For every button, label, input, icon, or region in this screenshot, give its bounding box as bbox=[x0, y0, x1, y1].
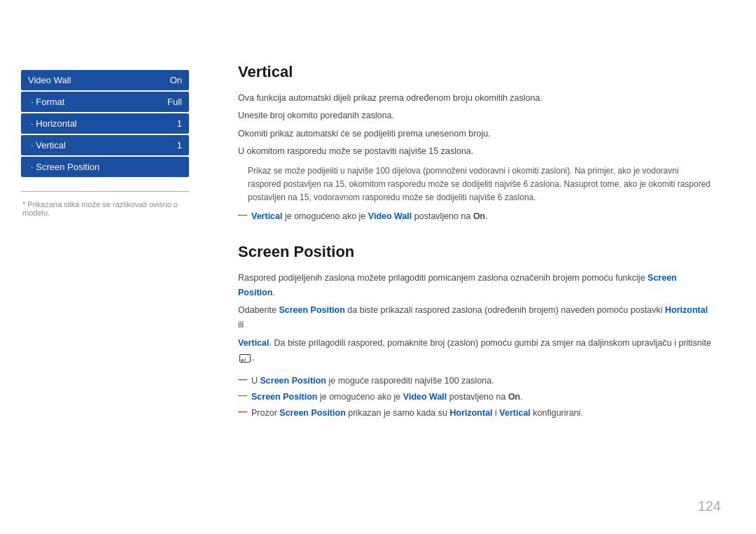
vertical-long-note-text: Prikaz se može podijeliti u najviše 100 … bbox=[248, 164, 714, 205]
sidebar-item-vertical[interactable]: · Vertical 1 bbox=[21, 135, 189, 155]
sp-bold-1: Screen Position bbox=[238, 273, 677, 297]
screen-position-section-title: Screen Position bbox=[238, 243, 714, 261]
sp-bold-3: Horizontal bbox=[665, 305, 708, 315]
sp-note2-on: On bbox=[508, 392, 520, 402]
sp-note-3-text: Prozor Screen Position prikazan je samo … bbox=[251, 406, 583, 420]
sp-note-1-text: U Screen Position je moguće rasporediti … bbox=[251, 374, 494, 388]
sp-note-1: — U Screen Position je moguće rasporedit… bbox=[238, 374, 714, 388]
sp-note-2-text: Screen Position je omogućeno ako je Vide… bbox=[251, 390, 523, 404]
sidebar-item-horizontal-value: 1 bbox=[177, 118, 182, 129]
enter-icon bbox=[239, 354, 251, 363]
sp-note1-bold: Screen Position bbox=[260, 376, 326, 386]
screen-position-para3: Vertical. Da biste prilagodili raspored,… bbox=[238, 336, 714, 366]
sidebar-item-horizontal[interactable]: · Horizontal 1 bbox=[21, 113, 189, 134]
sp-dash-2: — bbox=[238, 390, 247, 400]
sp-note3-bold3: Vertical bbox=[499, 408, 530, 418]
vertical-para-3: Okomiti prikaz automatski će se podijeli… bbox=[238, 127, 714, 141]
screen-position-para1: Raspored podijeljenih zaslona možete pri… bbox=[238, 271, 714, 301]
sidebar-item-vertical-label: · Vertical bbox=[31, 140, 66, 150]
vertical-note-inline-text: Vertical je omogućeno ako je Video Wall … bbox=[251, 209, 488, 223]
sidebar-item-video-wall-value: On bbox=[170, 75, 182, 85]
sidebar-item-screen-position-label: · Screen Position bbox=[31, 162, 99, 172]
sp-bold-4: Vertical bbox=[238, 338, 269, 348]
sp-note2-bold1: Screen Position bbox=[251, 392, 317, 402]
sidebar-item-format[interactable]: · Format Full bbox=[21, 92, 189, 112]
sp-note3-bold1: Screen Position bbox=[279, 408, 345, 418]
sp-note3-bold2: Horizontal bbox=[449, 408, 492, 418]
sp-bold-2: Screen Position bbox=[279, 305, 344, 315]
vertical-para-4: U okomitom rasporedu može se postaviti n… bbox=[238, 144, 714, 159]
sp-dash-1: — bbox=[238, 374, 247, 384]
page-number: 124 bbox=[698, 498, 721, 514]
sp-note2-bold2: Video Wall bbox=[403, 392, 447, 402]
sidebar-item-video-wall-label: Video Wall bbox=[28, 75, 71, 85]
sidebar-item-vertical-value: 1 bbox=[177, 140, 182, 150]
vertical-dash-symbol: — bbox=[238, 209, 247, 220]
sp-note-2: — Screen Position je omogućeno ako je Vi… bbox=[238, 390, 714, 404]
vertical-note-bold2: Video Wall bbox=[368, 211, 412, 221]
sidebar-item-format-label: · Format bbox=[31, 97, 64, 107]
sidebar-item-format-value: Full bbox=[167, 97, 182, 107]
sidebar-divider bbox=[21, 191, 189, 192]
vertical-para-2: Unesite broj okomito poredanih zaslona. bbox=[238, 108, 714, 123]
vertical-note-on: On bbox=[473, 211, 485, 221]
vertical-note-bold1: Vertical bbox=[251, 211, 282, 221]
vertical-para-1: Ova funkcija automatski dijeli prikaz pr… bbox=[238, 91, 714, 106]
main-content: Vertical Ova funkcija automatski dijeli … bbox=[210, 28, 756, 506]
vertical-long-note: Prikaz se može podijeliti u najviše 100 … bbox=[238, 164, 714, 205]
vertical-section-title: Vertical bbox=[238, 63, 714, 81]
sidebar-item-video-wall[interactable]: Video Wall On bbox=[21, 70, 189, 90]
sidebar: Video Wall On · Format Full · Horizontal… bbox=[0, 28, 210, 506]
sp-dash-3: — bbox=[238, 406, 247, 416]
vertical-note-dash-line: — Vertical je omogućeno ako je Video Wal… bbox=[238, 209, 714, 223]
sidebar-item-horizontal-label: · Horizontal bbox=[31, 118, 77, 129]
sidebar-footnote: * Prikazana slika može se razlikovati ov… bbox=[21, 200, 189, 217]
screen-position-para2: Odaberite Screen Position da biste prika… bbox=[238, 303, 714, 333]
sidebar-item-screen-position[interactable]: · Screen Position bbox=[21, 157, 189, 177]
sp-note-3: — Prozor Screen Position prikazan je sam… bbox=[238, 406, 714, 420]
